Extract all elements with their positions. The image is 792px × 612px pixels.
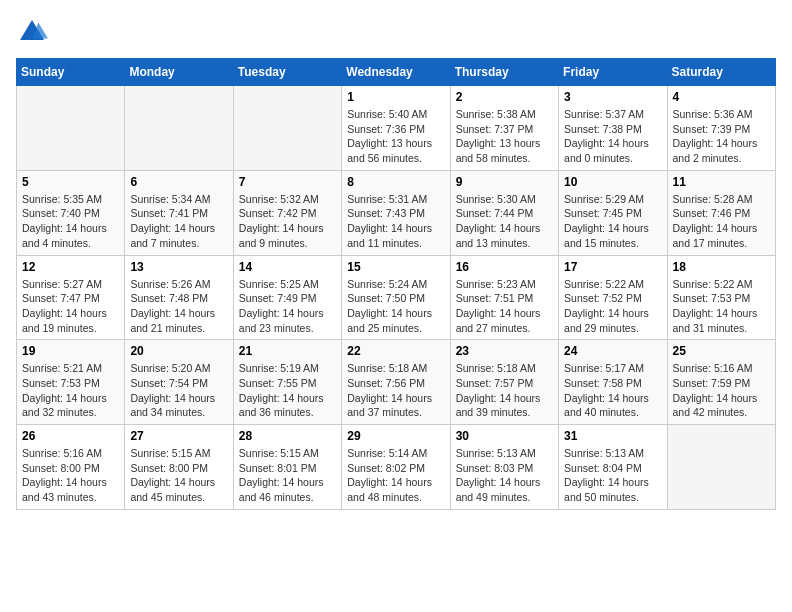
day-info: Sunrise: 5:16 AMSunset: 7:59 PMDaylight:… [673, 361, 770, 420]
calendar-day-cell: 11Sunrise: 5:28 AMSunset: 7:46 PMDayligh… [667, 170, 775, 255]
day-info: Sunrise: 5:25 AMSunset: 7:49 PMDaylight:… [239, 277, 336, 336]
day-info: Sunrise: 5:15 AMSunset: 8:01 PMDaylight:… [239, 446, 336, 505]
day-info: Sunrise: 5:22 AMSunset: 7:52 PMDaylight:… [564, 277, 661, 336]
calendar-week-row: 26Sunrise: 5:16 AMSunset: 8:00 PMDayligh… [17, 425, 776, 510]
day-number: 10 [564, 175, 661, 189]
day-number: 2 [456, 90, 553, 104]
calendar-day-cell: 26Sunrise: 5:16 AMSunset: 8:00 PMDayligh… [17, 425, 125, 510]
day-info: Sunrise: 5:34 AMSunset: 7:41 PMDaylight:… [130, 192, 227, 251]
calendar-day-cell: 12Sunrise: 5:27 AMSunset: 7:47 PMDayligh… [17, 255, 125, 340]
day-number: 11 [673, 175, 770, 189]
day-info: Sunrise: 5:22 AMSunset: 7:53 PMDaylight:… [673, 277, 770, 336]
day-number: 25 [673, 344, 770, 358]
day-info: Sunrise: 5:31 AMSunset: 7:43 PMDaylight:… [347, 192, 444, 251]
day-info: Sunrise: 5:19 AMSunset: 7:55 PMDaylight:… [239, 361, 336, 420]
calendar-day-cell [125, 86, 233, 171]
day-info: Sunrise: 5:23 AMSunset: 7:51 PMDaylight:… [456, 277, 553, 336]
day-number: 12 [22, 260, 119, 274]
calendar-day-cell: 21Sunrise: 5:19 AMSunset: 7:55 PMDayligh… [233, 340, 341, 425]
calendar-day-cell: 16Sunrise: 5:23 AMSunset: 7:51 PMDayligh… [450, 255, 558, 340]
calendar-day-cell: 31Sunrise: 5:13 AMSunset: 8:04 PMDayligh… [559, 425, 667, 510]
calendar-table: SundayMondayTuesdayWednesdayThursdayFrid… [16, 58, 776, 510]
day-number: 29 [347, 429, 444, 443]
day-number: 3 [564, 90, 661, 104]
day-number: 14 [239, 260, 336, 274]
calendar-day-cell: 13Sunrise: 5:26 AMSunset: 7:48 PMDayligh… [125, 255, 233, 340]
calendar-day-cell: 24Sunrise: 5:17 AMSunset: 7:58 PMDayligh… [559, 340, 667, 425]
calendar-day-cell [233, 86, 341, 171]
day-number: 22 [347, 344, 444, 358]
logo [16, 16, 52, 48]
day-info: Sunrise: 5:16 AMSunset: 8:00 PMDaylight:… [22, 446, 119, 505]
calendar-day-cell: 17Sunrise: 5:22 AMSunset: 7:52 PMDayligh… [559, 255, 667, 340]
day-info: Sunrise: 5:30 AMSunset: 7:44 PMDaylight:… [456, 192, 553, 251]
logo-icon [16, 16, 48, 48]
day-info: Sunrise: 5:18 AMSunset: 7:57 PMDaylight:… [456, 361, 553, 420]
day-info: Sunrise: 5:13 AMSunset: 8:04 PMDaylight:… [564, 446, 661, 505]
calendar-day-cell: 1Sunrise: 5:40 AMSunset: 7:36 PMDaylight… [342, 86, 450, 171]
calendar-day-cell: 5Sunrise: 5:35 AMSunset: 7:40 PMDaylight… [17, 170, 125, 255]
calendar-day-cell: 19Sunrise: 5:21 AMSunset: 7:53 PMDayligh… [17, 340, 125, 425]
day-info: Sunrise: 5:17 AMSunset: 7:58 PMDaylight:… [564, 361, 661, 420]
calendar-day-cell: 29Sunrise: 5:14 AMSunset: 8:02 PMDayligh… [342, 425, 450, 510]
day-info: Sunrise: 5:13 AMSunset: 8:03 PMDaylight:… [456, 446, 553, 505]
day-info: Sunrise: 5:32 AMSunset: 7:42 PMDaylight:… [239, 192, 336, 251]
day-number: 18 [673, 260, 770, 274]
calendar-day-cell: 3Sunrise: 5:37 AMSunset: 7:38 PMDaylight… [559, 86, 667, 171]
day-number: 24 [564, 344, 661, 358]
calendar-header-row: SundayMondayTuesdayWednesdayThursdayFrid… [17, 59, 776, 86]
calendar-week-row: 1Sunrise: 5:40 AMSunset: 7:36 PMDaylight… [17, 86, 776, 171]
calendar-day-cell: 9Sunrise: 5:30 AMSunset: 7:44 PMDaylight… [450, 170, 558, 255]
column-header-thursday: Thursday [450, 59, 558, 86]
day-info: Sunrise: 5:18 AMSunset: 7:56 PMDaylight:… [347, 361, 444, 420]
day-info: Sunrise: 5:40 AMSunset: 7:36 PMDaylight:… [347, 107, 444, 166]
calendar-day-cell: 2Sunrise: 5:38 AMSunset: 7:37 PMDaylight… [450, 86, 558, 171]
calendar-day-cell: 7Sunrise: 5:32 AMSunset: 7:42 PMDaylight… [233, 170, 341, 255]
day-number: 28 [239, 429, 336, 443]
day-info: Sunrise: 5:38 AMSunset: 7:37 PMDaylight:… [456, 107, 553, 166]
day-number: 30 [456, 429, 553, 443]
day-number: 9 [456, 175, 553, 189]
calendar-day-cell [667, 425, 775, 510]
column-header-friday: Friday [559, 59, 667, 86]
day-info: Sunrise: 5:24 AMSunset: 7:50 PMDaylight:… [347, 277, 444, 336]
column-header-saturday: Saturday [667, 59, 775, 86]
day-number: 13 [130, 260, 227, 274]
day-number: 19 [22, 344, 119, 358]
day-info: Sunrise: 5:20 AMSunset: 7:54 PMDaylight:… [130, 361, 227, 420]
day-info: Sunrise: 5:36 AMSunset: 7:39 PMDaylight:… [673, 107, 770, 166]
day-info: Sunrise: 5:27 AMSunset: 7:47 PMDaylight:… [22, 277, 119, 336]
day-number: 21 [239, 344, 336, 358]
day-info: Sunrise: 5:26 AMSunset: 7:48 PMDaylight:… [130, 277, 227, 336]
calendar-day-cell: 15Sunrise: 5:24 AMSunset: 7:50 PMDayligh… [342, 255, 450, 340]
day-info: Sunrise: 5:14 AMSunset: 8:02 PMDaylight:… [347, 446, 444, 505]
day-info: Sunrise: 5:21 AMSunset: 7:53 PMDaylight:… [22, 361, 119, 420]
calendar-day-cell: 8Sunrise: 5:31 AMSunset: 7:43 PMDaylight… [342, 170, 450, 255]
day-number: 16 [456, 260, 553, 274]
day-number: 8 [347, 175, 444, 189]
day-number: 17 [564, 260, 661, 274]
day-number: 6 [130, 175, 227, 189]
day-info: Sunrise: 5:35 AMSunset: 7:40 PMDaylight:… [22, 192, 119, 251]
day-number: 15 [347, 260, 444, 274]
calendar-day-cell: 20Sunrise: 5:20 AMSunset: 7:54 PMDayligh… [125, 340, 233, 425]
calendar-day-cell: 22Sunrise: 5:18 AMSunset: 7:56 PMDayligh… [342, 340, 450, 425]
calendar-day-cell: 14Sunrise: 5:25 AMSunset: 7:49 PMDayligh… [233, 255, 341, 340]
column-header-wednesday: Wednesday [342, 59, 450, 86]
day-info: Sunrise: 5:15 AMSunset: 8:00 PMDaylight:… [130, 446, 227, 505]
calendar-day-cell: 27Sunrise: 5:15 AMSunset: 8:00 PMDayligh… [125, 425, 233, 510]
day-info: Sunrise: 5:28 AMSunset: 7:46 PMDaylight:… [673, 192, 770, 251]
calendar-week-row: 19Sunrise: 5:21 AMSunset: 7:53 PMDayligh… [17, 340, 776, 425]
day-number: 1 [347, 90, 444, 104]
day-number: 5 [22, 175, 119, 189]
day-number: 4 [673, 90, 770, 104]
column-header-sunday: Sunday [17, 59, 125, 86]
day-info: Sunrise: 5:37 AMSunset: 7:38 PMDaylight:… [564, 107, 661, 166]
calendar-day-cell: 28Sunrise: 5:15 AMSunset: 8:01 PMDayligh… [233, 425, 341, 510]
day-number: 7 [239, 175, 336, 189]
calendar-day-cell [17, 86, 125, 171]
day-number: 27 [130, 429, 227, 443]
calendar-day-cell: 10Sunrise: 5:29 AMSunset: 7:45 PMDayligh… [559, 170, 667, 255]
day-number: 26 [22, 429, 119, 443]
calendar-day-cell: 23Sunrise: 5:18 AMSunset: 7:57 PMDayligh… [450, 340, 558, 425]
